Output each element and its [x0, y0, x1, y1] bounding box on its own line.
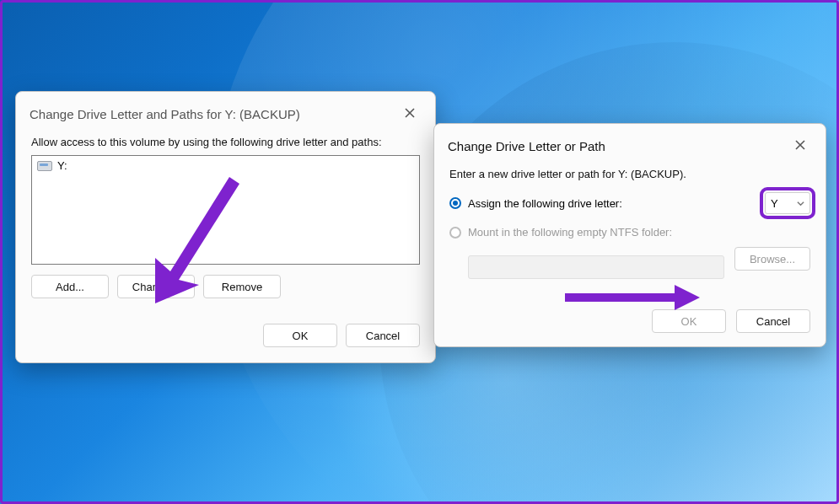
browse-button[interactable]: Browse... — [734, 247, 810, 271]
ok-button[interactable]: OK — [263, 324, 337, 347]
assign-letter-label: Assign the following drive letter: — [468, 197, 622, 210]
mount-folder-label: Mount in the following empty NTFS folder… — [468, 226, 672, 239]
dialog2-titlebar: Change Drive Letter or Path — [434, 124, 826, 164]
assign-letter-radio[interactable]: Assign the following drive letter: — [449, 197, 622, 210]
drive-letter-select[interactable]: Y — [765, 192, 810, 214]
change-drive-letter-paths-dialog: Change Drive Letter and Paths for Y: (BA… — [15, 91, 436, 363]
close-button[interactable] — [398, 102, 422, 126]
cancel-button[interactable]: Cancel — [346, 324, 420, 347]
close-button[interactable] — [788, 134, 812, 158]
dialog2-title: Change Drive Letter or Path — [448, 139, 605, 153]
folder-path-input — [468, 255, 724, 279]
remove-button[interactable]: Remove — [203, 275, 281, 298]
radio-selected-icon — [449, 197, 461, 209]
cancel-button[interactable]: Cancel — [736, 309, 810, 333]
dialog1-instruction: Allow access to this volume by using the… — [31, 136, 420, 148]
close-icon — [405, 107, 415, 121]
close-icon — [795, 139, 805, 153]
mount-folder-radio[interactable]: Mount in the following empty NTFS folder… — [449, 226, 810, 239]
radio-unselected-icon — [449, 227, 461, 239]
dialog1-title: Change Drive Letter and Paths for Y: (BA… — [30, 107, 300, 121]
ok-button[interactable]: OK — [652, 309, 726, 333]
change-drive-letter-or-path-dialog: Change Drive Letter or Path Enter a new … — [433, 123, 826, 347]
change-button[interactable]: Change... — [117, 275, 195, 298]
chevron-down-icon — [797, 197, 804, 210]
add-button[interactable]: Add... — [31, 275, 109, 298]
dialog2-instruction: Enter a new drive letter or path for Y: … — [449, 168, 810, 180]
paths-listbox[interactable]: Y: — [31, 155, 420, 265]
drive-icon — [37, 161, 52, 171]
dialog1-titlebar: Change Drive Letter and Paths for Y: (BA… — [16, 92, 435, 132]
list-item-label: Y: — [57, 159, 67, 172]
list-item[interactable]: Y: — [37, 159, 414, 172]
drive-letter-value: Y — [771, 197, 778, 210]
